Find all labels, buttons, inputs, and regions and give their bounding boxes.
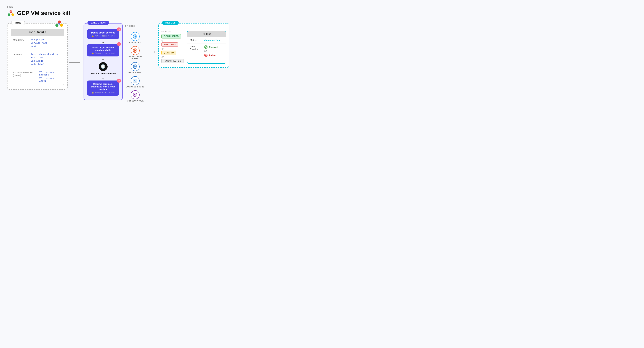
exec-step-unschedulable: ✦ Make target service unschedulable 🔒 Pr… [87,44,119,57]
command-probe-label: COMMAND PROBE [126,86,144,88]
svg-point-20 [136,94,136,95]
lock-icon-2: 🔒 [92,52,94,54]
input-vm-instance-label[interactable]: VM instance label [39,77,62,82]
page-title: GCP VM service kill [17,10,70,16]
metrics-row: Metrics chaos metrics [188,37,226,43]
status-queued-badge: QUEUED [162,51,176,55]
probe-results-col: Passed OR Failed [204,45,218,57]
unschedulable-title: Make target service unschedulable [90,46,117,52]
svg-point-9 [134,36,136,37]
arrow-right-1 [69,62,80,63]
k8s-probe-label: K8S PROBE [129,42,141,44]
exec-step-derive: ✦ Derive target services 🔒 Privilege acc… [87,29,119,39]
svg-point-6 [55,24,58,27]
probe-results-row: ProbeResults Passed OR Failed [188,43,226,59]
mandatory-items: GCP project ID Service name Mask [31,38,50,48]
input-node-label[interactable]: Node label [31,63,58,66]
exec-arrow-2 [103,57,103,61]
user-inputs-header: User Inputs [11,29,64,36]
tune-label: TUNE [11,21,25,25]
status-incompleted-badge: INCOMPLETED [162,59,184,63]
exec-flow: ✦ Derive target services 🔒 Privilege acc… [87,29,119,96]
input-vm-instance-names[interactable]: VM instance name(s) [39,71,62,76]
input-service-name[interactable]: Service name [31,42,50,44]
svg-point-11 [134,50,136,51]
srm-slo-probe-icon[interactable] [131,90,140,99]
mandatory-section: Mandatory GCP project ID Service name Ma… [11,36,64,50]
output-header: Output [188,31,226,37]
exec-step-resume: ✦ Resume services / Substitute with a no… [87,81,119,96]
input-lib-image[interactable]: Lib image [31,60,58,62]
probe-or: OR [204,50,218,52]
optional-section: Optional Total chaos duration Ramp time … [11,50,64,68]
status-section-title: STATUS [162,31,184,33]
input-ramp-time[interactable]: Ramp time [31,56,58,59]
page-title-area: GCP VM service kill [7,9,637,17]
or-2: OR [162,48,184,50]
lock-icon-1: 🔒 [92,35,94,37]
result-label: RESULT [162,21,179,25]
arrow-probes-result [148,52,156,52]
derive-title: Derive target services [90,31,117,34]
http-probe-icon[interactable] [131,62,140,71]
status-errored-badge: ERRORED [162,42,178,47]
metrics-label: Metrics [190,39,202,42]
probes-label: PROBES [125,25,136,27]
srm-slo-probe-label: SRM SLO PROBE [126,100,144,102]
arrow-long-1 [148,52,156,52]
prometheus-probe-label: PROMETHEUS PROBE [125,56,145,60]
vm-instance-section: VM instance details (one of) VM instance… [11,68,64,85]
input-gcp-project-id[interactable]: GCP project ID [31,38,50,41]
derive-badge: ✦ [117,28,121,31]
exec-wait: 🕐 Wait for Chaos Interval [90,62,116,75]
probe-prometheus: PROMETHEUS PROBE [125,46,145,60]
optional-label: Optional [13,53,29,66]
metrics-value[interactable]: chaos metrics [204,39,220,42]
input-chaos-duration[interactable]: Total chaos duration [31,53,58,56]
gcp-icon [7,9,14,17]
exec-step-unschedulable-container: ✦ Make target service unschedulable 🔒 Pr… [87,44,119,57]
result-flex: STATUS COMPLETED OR ERRORED OR QUEUED OR… [162,29,226,64]
gcp-cloud-icon-tune [55,20,63,29]
resume-privilege: 🔒 Privilege access required [90,92,117,93]
probe-k8s: K8S PROBE [129,32,141,44]
check-circle-icon [204,45,208,49]
input-mask[interactable]: Mask [31,45,50,48]
lock-icon-3: 🔒 [92,92,94,93]
exec-step-resume-container: ✦ Resume services / Substitute with a no… [87,81,119,96]
exec-step-derive-container: ✦ Derive target services 🔒 Privilege acc… [87,29,119,39]
arrow-line-1 [69,62,80,63]
failed-badge: Failed [204,53,218,57]
optional-items: Total chaos duration Ramp time Lib image… [31,53,58,66]
resume-title: Resume services / Substitute with a node… [90,83,117,91]
svg-point-2 [8,13,10,16]
svg-point-1 [12,13,14,16]
probe-command: COMMAND PROBE [126,76,144,88]
wait-label: Wait for Chaos Interval [90,72,116,75]
http-probe-label: HTTP PROBE [128,72,142,74]
fault-label: Fault [7,5,637,8]
result-panel: RESULT STATUS COMPLETED OR ERRORED OR QU… [158,23,229,68]
tune-panel: TUNE User Inputs Mandatory GCP project I… [7,23,68,90]
clock-icon: 🕐 [99,62,108,71]
exec-arrow-3 [103,76,103,81]
probe-results-label: ProbeResults [190,45,202,57]
mandatory-label: Mandatory [13,38,29,48]
or-3: OR [162,56,184,58]
svg-point-3 [10,11,12,12]
result-status-section: STATUS COMPLETED OR ERRORED OR QUEUED OR… [162,31,184,64]
exec-arrow-1 [103,39,103,44]
k8s-probe-icon[interactable] [131,32,140,41]
prometheus-probe-icon[interactable] [131,46,140,55]
unschedulable-badge: ✦ [117,42,121,46]
probes-panel: PROBES K8S PROBE PROMETHEUS PROBE HTTP P… [123,23,148,106]
status-completed-badge: COMPLETED [162,34,181,39]
svg-point-5 [60,24,63,27]
svg-point-7 [58,23,60,25]
or-1: OR [162,40,184,42]
output-box: Output Metrics chaos metrics ProbeResult… [187,31,226,64]
probe-http: HTTP PROBE [128,62,142,74]
user-inputs-box: User Inputs Mandatory GCP project ID Ser… [11,29,64,85]
command-probe-icon[interactable] [131,76,140,85]
x-circle-icon [204,53,208,57]
